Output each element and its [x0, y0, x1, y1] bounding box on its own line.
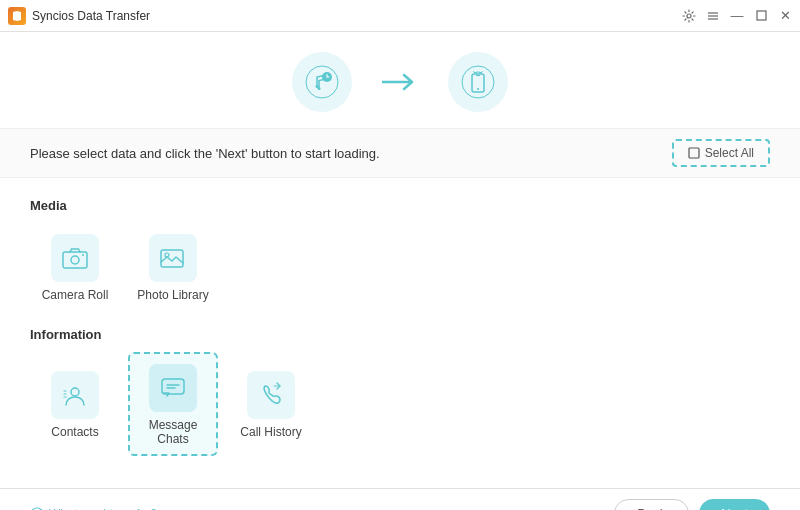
close-button[interactable]: ✕ — [778, 9, 792, 23]
svg-point-11 — [462, 66, 494, 98]
contacts-label: Contacts — [51, 425, 98, 439]
media-items-row: Camera Roll Photo Library — [30, 223, 770, 311]
information-items-row: Contacts Message Chats — [30, 352, 770, 456]
call-history-icon-wrap — [247, 371, 295, 419]
svg-point-16 — [480, 72, 481, 73]
window-controls: — ✕ — [682, 9, 792, 23]
next-button[interactable]: Next — [699, 499, 770, 510]
call-history-icon — [257, 381, 285, 409]
help-icon: ? — [30, 507, 44, 511]
svg-rect-17 — [689, 148, 699, 158]
svg-point-15 — [476, 72, 477, 73]
app-title: Syncios Data Transfer — [32, 9, 150, 23]
source-device — [292, 52, 352, 112]
menu-icon[interactable] — [706, 9, 720, 23]
svg-point-5 — [306, 66, 338, 98]
photo-library-label: Photo Library — [137, 288, 208, 302]
svg-point-13 — [477, 88, 479, 90]
transfer-header — [0, 32, 800, 128]
svg-point-23 — [71, 388, 79, 396]
instruction-bar: Please select data and click the 'Next' … — [0, 128, 800, 178]
information-section-label: Information — [30, 327, 770, 342]
camera-roll-label: Camera Roll — [42, 288, 109, 302]
contacts-icon — [61, 381, 89, 409]
minimize-button[interactable]: — — [730, 9, 744, 23]
svg-rect-27 — [162, 379, 184, 394]
instruction-text: Please select data and click the 'Next' … — [30, 146, 380, 161]
media-section-label: Media — [30, 198, 770, 213]
svg-point-20 — [82, 254, 84, 256]
camera-roll-icon-wrap — [51, 234, 99, 282]
message-chats-item[interactable]: Message Chats — [128, 352, 218, 456]
svg-point-0 — [687, 14, 691, 18]
transfer-arrow-icon — [382, 72, 418, 92]
svg-point-19 — [71, 256, 79, 264]
camera-roll-icon — [61, 244, 89, 272]
main-content: Please select data and click the 'Next' … — [0, 32, 800, 510]
message-chats-icon — [159, 374, 187, 402]
footer-buttons: Back Next — [614, 499, 770, 510]
message-chats-icon-wrap — [149, 364, 197, 412]
dest-device-icon — [448, 52, 508, 112]
photo-library-icon-wrap — [149, 234, 197, 282]
title-bar-left: Syncios Data Transfer — [8, 7, 150, 25]
title-bar: Syncios Data Transfer — ✕ — [0, 0, 800, 32]
help-link[interactable]: ? What can I transfer? — [30, 507, 157, 511]
call-history-item[interactable]: Call History — [226, 352, 316, 456]
svg-rect-4 — [757, 11, 766, 20]
back-button[interactable]: Back — [614, 499, 689, 510]
svg-point-7 — [318, 87, 321, 90]
photo-library-icon — [159, 244, 187, 272]
settings-icon[interactable] — [682, 9, 696, 23]
call-history-label: Call History — [240, 425, 301, 439]
select-all-button[interactable]: Select All — [672, 139, 770, 167]
camera-roll-item[interactable]: Camera Roll — [30, 223, 120, 311]
app-logo-icon — [8, 7, 26, 25]
data-grid: Media Camera Roll — [0, 178, 800, 488]
photo-library-item[interactable]: Photo Library — [128, 223, 218, 311]
source-device-icon — [292, 52, 352, 112]
maximize-button[interactable] — [754, 9, 768, 23]
message-chats-label: Message Chats — [138, 418, 208, 446]
dest-device — [448, 52, 508, 112]
contacts-icon-wrap — [51, 371, 99, 419]
footer: ? What can I transfer? Back Next — [0, 488, 800, 510]
contacts-item[interactable]: Contacts — [30, 352, 120, 456]
select-all-icon — [688, 147, 700, 159]
